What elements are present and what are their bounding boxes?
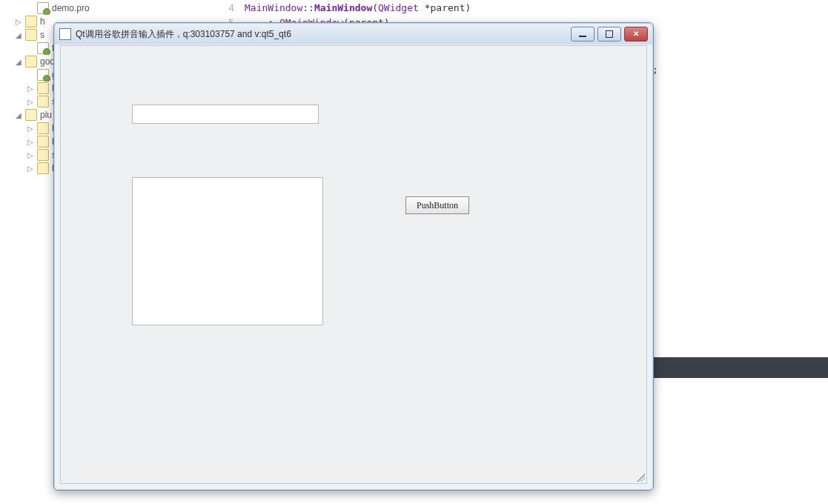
maximize-button[interactable] (597, 27, 621, 42)
close-icon: ✕ (633, 30, 639, 38)
tree-twisty-icon: ◢ (15, 31, 22, 39)
folder-icon (37, 96, 49, 107)
tree-item-label: demo.pro (52, 3, 90, 13)
window-control-buttons: ✕ (571, 27, 648, 42)
line-edit[interactable] (132, 105, 319, 124)
text-edit[interactable] (132, 177, 323, 325)
folder-icon (37, 136, 49, 147)
folder-icon (25, 109, 37, 121)
tree-twisty-icon: ▷ (27, 165, 34, 173)
line-number: 4 (208, 2, 245, 13)
text-edit-area[interactable] (133, 178, 328, 331)
code-line: 4MainWindow::MainWindow(QWidget *parent) (208, 0, 828, 15)
tree-twisty-icon: ▷ (27, 84, 34, 93)
window-titlebar[interactable]: Qt调用谷歌拼音输入插件，q:303103757 and v:qt5_qt6 ✕ (55, 24, 652, 44)
window-app-icon (59, 28, 71, 40)
folder-icon (37, 149, 49, 161)
window-title: Qt调用谷歌拼音输入插件，q:303103757 and v:qt5_qt6 (76, 28, 571, 41)
line-edit-input[interactable] (133, 105, 324, 123)
size-grip[interactable] (635, 471, 645, 482)
tree-twisty-icon: ▷ (15, 18, 22, 26)
tree-twisty-icon: ◢ (15, 58, 22, 66)
tree-twisty-icon: ▷ (27, 151, 34, 159)
tree-item[interactable]: demo.pro (15, 1, 208, 15)
file-icon (37, 69, 49, 81)
window-client-area: PushButton (60, 45, 647, 484)
tree-item-label: s (40, 30, 44, 40)
file-icon (37, 2, 49, 14)
tree-twisty-icon: ◢ (15, 111, 22, 119)
close-button[interactable]: ✕ (624, 27, 648, 42)
app-window: Qt调用谷歌拼音输入插件，q:303103757 and v:qt5_qt6 ✕… (53, 22, 654, 491)
tree-twisty-icon: ▷ (27, 98, 34, 106)
folder-icon (37, 162, 49, 174)
minimize-button[interactable] (571, 27, 594, 42)
tree-twisty-icon: ▷ (27, 125, 34, 133)
tree-item-label: h (40, 16, 45, 27)
push-button[interactable]: PushButton (405, 196, 469, 214)
folder-icon (25, 56, 37, 67)
folder-icon (37, 82, 49, 94)
tree-twisty-icon: ▷ (27, 138, 34, 146)
tree-item-label: plu (40, 110, 52, 120)
folder-icon (25, 29, 37, 41)
maximize-icon (606, 30, 613, 38)
folder-icon (37, 122, 49, 134)
push-button-label: PushButton (417, 200, 458, 211)
code-text: MainWindow::MainWindow(QWidget *parent) (245, 2, 471, 13)
minimize-icon (579, 36, 586, 37)
file-icon (37, 42, 49, 54)
folder-icon (25, 16, 37, 27)
